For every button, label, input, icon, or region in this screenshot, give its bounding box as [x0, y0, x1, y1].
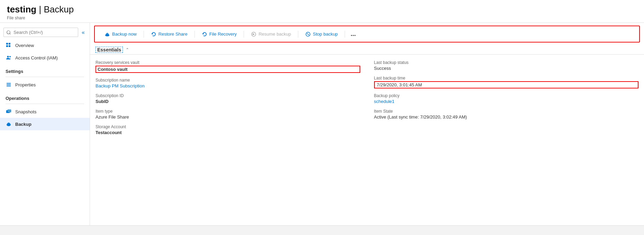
- toolbar: Backup now Restore Share: [94, 26, 640, 43]
- resume-backup-button[interactable]: Resume backup: [247, 29, 295, 39]
- sidebar-item-access-control-label: Access Control (IAM): [15, 55, 58, 60]
- last-backup-time-label: Last backup time: [374, 76, 639, 81]
- svg-marker-16: [203, 33, 204, 35]
- svg-rect-0: [6, 43, 8, 45]
- subscription-id-value: SubID: [96, 99, 360, 104]
- file-recovery-button[interactable]: File Recovery: [198, 29, 241, 39]
- content-area: Backup now Restore Share: [90, 23, 644, 225]
- separator-4: [298, 31, 298, 38]
- page-title: testing | Backup: [7, 4, 637, 15]
- svg-rect-3: [9, 45, 10, 47]
- settings-section-label: Settings: [0, 64, 90, 75]
- backup-now-label: Backup now: [112, 31, 137, 37]
- stop-backup-label: Stop backup: [313, 31, 338, 37]
- sidebar-item-snapshots[interactable]: Snapshots: [0, 105, 90, 118]
- svg-rect-2: [6, 45, 8, 47]
- restore-share-label: Restore Share: [158, 31, 188, 37]
- page-wrapper: testing | Backup File share «: [0, 0, 644, 235]
- collapse-sidebar-button[interactable]: «: [80, 29, 86, 36]
- sidebar: « Overview: [0, 23, 90, 225]
- field-item-state: Item State Active (Last sync time: 7/29/…: [374, 109, 639, 120]
- essentials-title: Essentials: [97, 47, 121, 53]
- last-backup-status-label: Last backup status: [374, 60, 639, 65]
- sidebar-item-snapshots-label: Snapshots: [15, 109, 36, 114]
- title-prefix: testing: [7, 4, 36, 15]
- subscription-id-label: Subscription ID: [96, 93, 360, 98]
- field-last-backup-status: Last backup status Success: [374, 60, 639, 71]
- bars-icon: [6, 82, 12, 88]
- svg-rect-8: [7, 86, 11, 86]
- sidebar-item-properties[interactable]: Properties: [0, 78, 90, 91]
- svg-line-19: [307, 33, 309, 35]
- settings-divider: [6, 77, 84, 77]
- snapshots-icon: [6, 109, 12, 115]
- essentials-header: Essentials ⌃: [90, 45, 644, 55]
- chevron-up-icon[interactable]: ⌃: [126, 47, 129, 52]
- separator-2: [194, 31, 195, 38]
- stop-backup-button[interactable]: Stop backup: [301, 29, 342, 39]
- people-icon: [6, 55, 12, 61]
- essentials-left-col: Recovery services vault Contoso vault Su…: [96, 60, 360, 135]
- sidebar-search-row: «: [0, 26, 90, 39]
- item-state-label: Item State: [374, 109, 639, 114]
- page-subtitle: File share: [7, 16, 637, 20]
- more-options-button[interactable]: ...: [348, 29, 359, 39]
- field-subscription-id: Subscription ID SubID: [96, 93, 360, 104]
- essentials-content: Recovery services vault Contoso vault Su…: [90, 55, 644, 141]
- item-type-value: Azure File Share: [96, 114, 360, 120]
- subscription-name-label: Subscription name: [96, 78, 360, 83]
- backup-policy-label: Backup policy: [374, 93, 639, 98]
- last-backup-time-value: 7/29/2020, 3:01:45 AM: [374, 81, 639, 88]
- restore-share-button[interactable]: Restore Share: [147, 29, 192, 39]
- svg-marker-15: [152, 33, 153, 35]
- sidebar-item-overview-label: Overview: [15, 43, 34, 48]
- file-recovery-icon: [202, 31, 207, 37]
- sidebar-item-backup[interactable]: Backup: [0, 118, 90, 130]
- resume-backup-label: Resume backup: [258, 31, 291, 37]
- restore-share-icon: [151, 31, 156, 37]
- sidebar-item-backup-label: Backup: [15, 122, 31, 127]
- title-main: Backup: [44, 4, 74, 15]
- field-vault: Recovery services vault Contoso vault: [96, 60, 360, 73]
- main-layout: « Overview: [0, 23, 644, 225]
- operations-divider: [6, 104, 84, 104]
- page-header: testing | Backup File share: [0, 0, 644, 23]
- backup-icon: [6, 121, 12, 127]
- svg-rect-1: [9, 43, 10, 45]
- separator-3: [244, 31, 244, 38]
- svg-point-5: [9, 56, 11, 57]
- svg-point-11: [7, 123, 11, 126]
- sidebar-item-overview[interactable]: Overview: [0, 39, 90, 51]
- backup-policy-value[interactable]: schedule1: [374, 99, 639, 104]
- field-storage-account: Storage Account Testaccount: [96, 124, 360, 135]
- title-separator: |: [36, 4, 44, 15]
- page-footer: [0, 225, 644, 235]
- essentials-right-col: Last backup status Success Last backup t…: [374, 60, 639, 135]
- field-item-type: Item type Azure File Share: [96, 109, 360, 120]
- field-subscription-name: Subscription name Backup PM Subscription: [96, 78, 360, 88]
- svg-rect-10: [8, 110, 11, 112]
- field-backup-policy: Backup policy schedule1: [374, 93, 639, 104]
- separator-5: [345, 31, 345, 38]
- subscription-name-value[interactable]: Backup PM Subscription: [96, 83, 360, 88]
- search-input[interactable]: [3, 28, 78, 37]
- last-backup-status-value: Success: [374, 66, 639, 71]
- sidebar-item-access-control[interactable]: Access Control (IAM): [0, 51, 90, 64]
- stop-icon: [305, 31, 311, 37]
- vault-label: Recovery services vault: [96, 60, 360, 65]
- file-recovery-label: File Recovery: [209, 31, 237, 37]
- backup-now-button[interactable]: Backup now: [100, 29, 141, 39]
- storage-account-value: Testaccount: [96, 130, 360, 135]
- resume-icon: [251, 31, 256, 37]
- field-last-backup-time: Last backup time 7/29/2020, 3:01:45 AM: [374, 76, 639, 88]
- essentials-dashed-box: Essentials: [96, 47, 123, 53]
- vault-value: Contoso vault: [96, 66, 360, 73]
- separator-1: [144, 31, 144, 38]
- svg-point-13: [105, 34, 109, 36]
- svg-rect-6: [7, 83, 11, 84]
- operations-section-label: Operations: [0, 91, 90, 102]
- item-type-label: Item type: [96, 109, 360, 114]
- storage-account-label: Storage Account: [96, 124, 360, 129]
- item-state-value: Active (Last sync time: 7/29/2020, 3:02:…: [374, 114, 639, 120]
- grid-icon: [6, 42, 12, 48]
